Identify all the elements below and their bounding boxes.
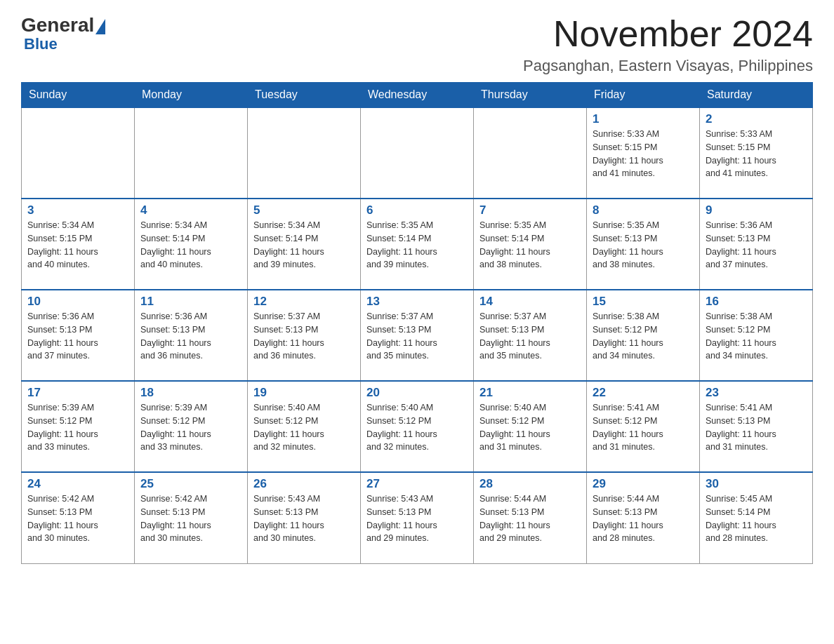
day-number: 19 [253, 386, 355, 400]
day-info: Sunrise: 5:42 AMSunset: 5:13 PMDaylight:… [140, 492, 241, 545]
logo-triangle-icon [95, 19, 105, 34]
calendar-cell: 14Sunrise: 5:37 AMSunset: 5:13 PMDayligh… [474, 290, 587, 381]
logo: General Blue [21, 14, 105, 53]
day-number: 17 [27, 386, 128, 400]
day-number: 5 [253, 203, 355, 217]
day-info: Sunrise: 5:44 AMSunset: 5:13 PMDaylight:… [479, 492, 581, 545]
day-info: Sunrise: 5:37 AMSunset: 5:13 PMDaylight:… [366, 310, 468, 363]
day-info: Sunrise: 5:35 AMSunset: 5:14 PMDaylight:… [366, 219, 468, 271]
calendar-week-row: 17Sunrise: 5:39 AMSunset: 5:12 PMDayligh… [22, 381, 813, 472]
day-info: Sunrise: 5:42 AMSunset: 5:13 PMDaylight:… [27, 492, 128, 545]
calendar-cell [22, 107, 135, 199]
calendar-cell: 21Sunrise: 5:40 AMSunset: 5:12 PMDayligh… [474, 381, 587, 472]
day-number: 29 [593, 477, 694, 491]
calendar-cell: 26Sunrise: 5:43 AMSunset: 5:13 PMDayligh… [248, 472, 361, 563]
calendar-cell: 12Sunrise: 5:37 AMSunset: 5:13 PMDayligh… [248, 290, 361, 381]
day-info: Sunrise: 5:38 AMSunset: 5:12 PMDaylight:… [593, 310, 694, 363]
calendar-cell: 4Sunrise: 5:34 AMSunset: 5:14 PMDaylight… [135, 199, 248, 290]
calendar-day-header: Wednesday [361, 83, 474, 108]
day-number: 10 [27, 295, 128, 309]
day-info: Sunrise: 5:36 AMSunset: 5:13 PMDaylight:… [27, 310, 128, 363]
day-number: 24 [27, 477, 128, 491]
calendar-cell: 7Sunrise: 5:35 AMSunset: 5:14 PMDaylight… [474, 199, 587, 290]
calendar-cell: 23Sunrise: 5:41 AMSunset: 5:13 PMDayligh… [700, 381, 813, 472]
calendar-day-header: Tuesday [248, 83, 361, 108]
calendar-cell: 1Sunrise: 5:33 AMSunset: 5:15 PMDaylight… [587, 107, 700, 199]
calendar-cell: 15Sunrise: 5:38 AMSunset: 5:12 PMDayligh… [587, 290, 700, 381]
day-number: 1 [593, 112, 694, 126]
day-number: 15 [593, 295, 694, 309]
calendar-cell: 5Sunrise: 5:34 AMSunset: 5:14 PMDaylight… [248, 199, 361, 290]
day-info: Sunrise: 5:36 AMSunset: 5:13 PMDaylight:… [140, 310, 241, 363]
calendar-cell: 27Sunrise: 5:43 AMSunset: 5:13 PMDayligh… [361, 472, 474, 563]
day-info: Sunrise: 5:43 AMSunset: 5:13 PMDaylight:… [366, 492, 468, 545]
calendar-cell: 25Sunrise: 5:42 AMSunset: 5:13 PMDayligh… [135, 472, 248, 563]
day-info: Sunrise: 5:34 AMSunset: 5:14 PMDaylight:… [140, 219, 241, 271]
day-info: Sunrise: 5:41 AMSunset: 5:12 PMDaylight:… [593, 401, 694, 454]
day-number: 8 [593, 203, 694, 217]
day-info: Sunrise: 5:33 AMSunset: 5:15 PMDaylight:… [706, 128, 807, 180]
calendar-cell [474, 107, 587, 199]
calendar-day-header: Friday [587, 83, 700, 108]
calendar-cell [248, 107, 361, 199]
calendar-week-row: 10Sunrise: 5:36 AMSunset: 5:13 PMDayligh… [22, 290, 813, 381]
day-number: 13 [366, 295, 468, 309]
day-info: Sunrise: 5:45 AMSunset: 5:14 PMDaylight:… [706, 492, 807, 545]
calendar-cell: 6Sunrise: 5:35 AMSunset: 5:14 PMDaylight… [361, 199, 474, 290]
day-number: 2 [706, 112, 807, 126]
calendar-week-row: 1Sunrise: 5:33 AMSunset: 5:15 PMDaylight… [22, 107, 813, 199]
day-number: 11 [140, 295, 241, 309]
title-block: November 2024 Pagsanghan, Eastern Visaya… [523, 14, 813, 75]
calendar-cell: 20Sunrise: 5:40 AMSunset: 5:12 PMDayligh… [361, 381, 474, 472]
calendar-cell: 17Sunrise: 5:39 AMSunset: 5:12 PMDayligh… [22, 381, 135, 472]
calendar-day-header: Thursday [474, 83, 587, 108]
logo-blue-text: Blue [24, 35, 58, 53]
calendar-cell: 13Sunrise: 5:37 AMSunset: 5:13 PMDayligh… [361, 290, 474, 381]
day-number: 25 [140, 477, 241, 491]
day-info: Sunrise: 5:37 AMSunset: 5:13 PMDaylight:… [479, 310, 581, 363]
calendar-cell: 10Sunrise: 5:36 AMSunset: 5:13 PMDayligh… [22, 290, 135, 381]
day-number: 18 [140, 386, 241, 400]
day-info: Sunrise: 5:40 AMSunset: 5:12 PMDaylight:… [479, 401, 581, 454]
calendar-cell: 24Sunrise: 5:42 AMSunset: 5:13 PMDayligh… [22, 472, 135, 563]
calendar-cell [361, 107, 474, 199]
day-number: 16 [706, 295, 807, 309]
day-number: 9 [706, 203, 807, 217]
day-number: 20 [366, 386, 468, 400]
day-info: Sunrise: 5:33 AMSunset: 5:15 PMDaylight:… [593, 128, 694, 180]
day-number: 3 [27, 203, 128, 217]
calendar-cell: 9Sunrise: 5:36 AMSunset: 5:13 PMDaylight… [700, 199, 813, 290]
calendar-day-header: Monday [135, 83, 248, 108]
day-number: 23 [706, 386, 807, 400]
day-info: Sunrise: 5:39 AMSunset: 5:12 PMDaylight:… [140, 401, 241, 454]
calendar-week-row: 24Sunrise: 5:42 AMSunset: 5:13 PMDayligh… [22, 472, 813, 563]
day-number: 7 [479, 203, 581, 217]
day-number: 6 [366, 203, 468, 217]
calendar-cell: 16Sunrise: 5:38 AMSunset: 5:12 PMDayligh… [700, 290, 813, 381]
calendar-day-header: Sunday [22, 83, 135, 108]
calendar-cell: 19Sunrise: 5:40 AMSunset: 5:12 PMDayligh… [248, 381, 361, 472]
day-info: Sunrise: 5:44 AMSunset: 5:13 PMDaylight:… [593, 492, 694, 545]
calendar-header-row: SundayMondayTuesdayWednesdayThursdayFrid… [22, 83, 813, 108]
calendar-cell: 22Sunrise: 5:41 AMSunset: 5:12 PMDayligh… [587, 381, 700, 472]
calendar-cell: 8Sunrise: 5:35 AMSunset: 5:13 PMDaylight… [587, 199, 700, 290]
location-subtitle: Pagsanghan, Eastern Visayas, Philippines [523, 57, 813, 75]
day-info: Sunrise: 5:37 AMSunset: 5:13 PMDaylight:… [253, 310, 355, 363]
calendar-day-header: Saturday [700, 83, 813, 108]
day-info: Sunrise: 5:35 AMSunset: 5:13 PMDaylight:… [593, 219, 694, 271]
calendar-cell: 3Sunrise: 5:34 AMSunset: 5:15 PMDaylight… [22, 199, 135, 290]
day-number: 14 [479, 295, 581, 309]
calendar-cell: 2Sunrise: 5:33 AMSunset: 5:15 PMDaylight… [700, 107, 813, 199]
calendar-cell: 30Sunrise: 5:45 AMSunset: 5:14 PMDayligh… [700, 472, 813, 563]
day-info: Sunrise: 5:36 AMSunset: 5:13 PMDaylight:… [706, 219, 807, 271]
day-info: Sunrise: 5:40 AMSunset: 5:12 PMDaylight:… [366, 401, 468, 454]
day-number: 28 [479, 477, 581, 491]
page-header: General Blue November 2024 Pagsanghan, E… [21, 14, 813, 75]
day-info: Sunrise: 5:35 AMSunset: 5:14 PMDaylight:… [479, 219, 581, 271]
calendar-cell: 28Sunrise: 5:44 AMSunset: 5:13 PMDayligh… [474, 472, 587, 563]
day-info: Sunrise: 5:38 AMSunset: 5:12 PMDaylight:… [706, 310, 807, 363]
calendar-table: SundayMondayTuesdayWednesdayThursdayFrid… [21, 82, 813, 564]
calendar-cell: 18Sunrise: 5:39 AMSunset: 5:12 PMDayligh… [135, 381, 248, 472]
day-number: 22 [593, 386, 694, 400]
day-number: 12 [253, 295, 355, 309]
